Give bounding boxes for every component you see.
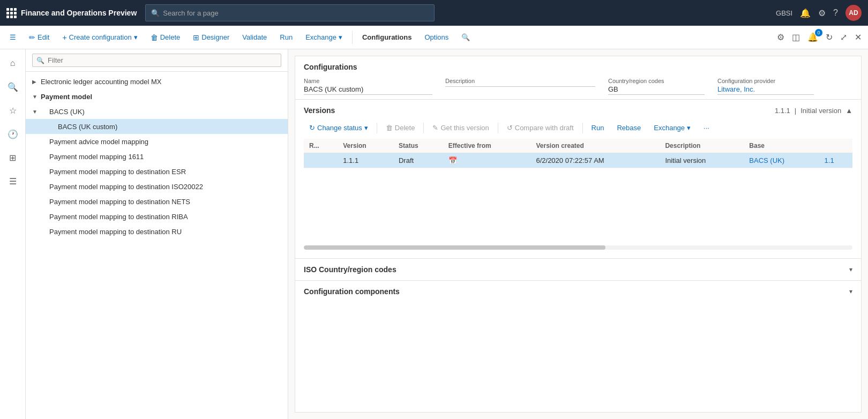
create-configuration-button[interactable]: + Create configuration ▾: [57, 30, 143, 45]
bell-icon[interactable]: 🔔: [800, 8, 811, 18]
tree-item[interactable]: Payment model mapping to destination ESR: [26, 164, 288, 179]
search-icon: 🔍: [461, 33, 470, 41]
avatar[interactable]: AD: [845, 5, 862, 21]
more-button[interactable]: ···: [698, 121, 715, 134]
tree-item-label: Payment advice model mapping: [49, 138, 148, 146]
scrollbar-thumb: [304, 245, 605, 250]
tree-filter: 🔍: [26, 49, 288, 72]
detail-panel: Configurations Name BACS (UK custom) Des…: [295, 56, 862, 413]
chevron-down-icon: ▾: [364, 124, 368, 132]
tree-item[interactable]: ▼ BACS (UK): [26, 104, 288, 119]
configurations-tab[interactable]: Configurations: [357, 30, 417, 44]
search-command-button[interactable]: 🔍: [456, 30, 475, 44]
restore-icon[interactable]: ⤢: [838, 30, 849, 44]
cell-effective-from: 📅: [443, 153, 531, 168]
tree-item[interactable]: Payment model mapping 1611: [26, 149, 288, 164]
search-placeholder: Search for a page: [163, 9, 218, 17]
tree-panel: 🔍 ▶ Electronic ledger accounting model M…: [26, 49, 288, 419]
waffle-icon[interactable]: [6, 8, 17, 18]
ver-separator: [423, 123, 424, 133]
delete-version-button[interactable]: 🗑 Delete: [380, 121, 421, 134]
designer-icon: ⊞: [193, 33, 199, 42]
command-bar: ☰ ✏ Edit + Create configuration ▾ 🗑 Dele…: [0, 26, 868, 49]
tree-item[interactable]: Payment advice model mapping: [26, 134, 288, 149]
ver-separator: [377, 123, 377, 133]
separator: [352, 31, 353, 44]
validate-button[interactable]: Validate: [237, 30, 272, 44]
cell-base-version[interactable]: 1.1: [819, 153, 852, 168]
filter-icon[interactable]: 🔍: [3, 77, 23, 96]
settings-icon[interactable]: ⚙: [775, 30, 787, 44]
col-effective-from: Effective from: [443, 139, 531, 153]
tree-item[interactable]: Payment model mapping to destination RIB…: [26, 209, 288, 224]
cell-base[interactable]: BACS (UK): [744, 153, 819, 168]
clock-icon[interactable]: 🕐: [3, 124, 23, 144]
tree-item[interactable]: Payment model mapping to destination ISO…: [26, 179, 288, 194]
col-version-created: Version created: [530, 139, 660, 153]
configurations-title: Configurations: [304, 63, 852, 71]
exchange-version-button[interactable]: Exchange ▾: [648, 121, 696, 134]
change-status-button[interactable]: ↻ Change status ▾: [304, 121, 373, 134]
refresh-icon[interactable]: ↻: [824, 30, 835, 44]
run-version-button[interactable]: Run: [586, 121, 610, 134]
country-field: Country/region codes GB: [608, 78, 705, 95]
iso-title: ISO Country/region codes: [304, 265, 396, 274]
tree-content: ▶ Electronic ledger accounting model MX …: [26, 72, 288, 419]
cell-version-created: 6/2/2020 07:22:57 AM: [530, 153, 660, 168]
home-icon[interactable]: ⌂: [3, 54, 23, 73]
tree-item[interactable]: ▶ Electronic ledger accounting model MX: [26, 74, 288, 89]
delete-icon: 🗑: [151, 33, 158, 42]
help-icon[interactable]: ?: [833, 8, 838, 18]
table-header-row: R... Version Status Effective from Versi…: [304, 139, 852, 153]
delete-button[interactable]: 🗑 Delete: [145, 30, 186, 45]
tree-item[interactable]: Payment model mapping to destination RU: [26, 224, 288, 239]
more-icon: ···: [704, 124, 709, 132]
close-icon[interactable]: ✕: [852, 30, 864, 44]
search-bar[interactable]: 🔍 Search for a page: [145, 4, 435, 21]
exchange-button[interactable]: Exchange ▾: [300, 30, 348, 44]
run-button[interactable]: Run: [274, 30, 298, 44]
get-this-version-button[interactable]: ✎ Get this version: [427, 121, 494, 134]
gear-icon[interactable]: ⚙: [818, 8, 826, 18]
grid-icon[interactable]: ⊞: [3, 148, 23, 167]
iso-section[interactable]: ISO Country/region codes ▾: [295, 258, 861, 280]
chevron-down-icon: ▾: [687, 124, 691, 132]
list-icon[interactable]: ☰: [3, 171, 23, 191]
chevron-down-icon: ▾: [849, 288, 852, 295]
versions-badge: 1.1.1 | Initial version ▲: [775, 107, 852, 115]
ver-separator: [582, 123, 583, 133]
edit-button[interactable]: ✏ Edit: [24, 30, 55, 45]
cmd-right: ⚙ ◫ 🔔 0 ↻ ⤢ ✕: [775, 30, 864, 44]
col-base: Base: [744, 139, 819, 153]
panel-icon[interactable]: ◫: [790, 30, 802, 44]
tree-item-label: BACS (UK custom): [58, 123, 117, 131]
tree-item-label: Payment model mapping to destination ESR: [49, 168, 186, 176]
app-title: Finance and Operations Preview: [21, 9, 137, 17]
options-tab[interactable]: Options: [419, 30, 454, 44]
tree-item[interactable]: Payment model mapping to destination NET…: [26, 194, 288, 209]
chevron-up-icon[interactable]: ▲: [845, 107, 852, 115]
versions-header: Versions 1.1.1 | Initial version ▲: [304, 106, 852, 115]
notification-icon[interactable]: 🔔 0: [805, 30, 820, 44]
config-components-section[interactable]: Configuration components ▾: [295, 280, 861, 302]
col-status: Status: [393, 139, 443, 153]
filter-input[interactable]: [32, 54, 281, 67]
delete-icon: 🗑: [386, 124, 393, 132]
calendar-icon[interactable]: 📅: [448, 156, 457, 164]
tree-item[interactable]: ▼ Payment model: [26, 89, 288, 104]
compare-with-draft-button[interactable]: ↺ Compare with draft: [502, 121, 579, 134]
toggle-icon: ▼: [32, 94, 41, 100]
tree-item[interactable]: BACS (UK custom): [26, 119, 288, 134]
rebase-button[interactable]: Rebase: [611, 121, 646, 134]
designer-button[interactable]: ⊞ Designer: [188, 30, 235, 45]
description-field: Description: [445, 78, 595, 95]
top-nav-right: GBSI 🔔 ⚙ ? AD: [776, 5, 862, 21]
versions-empty-space: [304, 168, 852, 243]
star-icon[interactable]: ☆: [3, 101, 23, 120]
cell-description: Initial version: [660, 153, 744, 168]
scrollbar-stub[interactable]: [304, 245, 852, 250]
detail-header: Configurations Name BACS (UK custom) Des…: [295, 56, 861, 100]
table-row[interactable]: 1.1.1 Draft 📅 6/2/2020 07:22:57 AM Initi…: [304, 153, 852, 168]
versions-table-wrap: R... Version Status Effective from Versi…: [304, 139, 852, 168]
close-menu-button[interactable]: ☰: [4, 30, 21, 44]
